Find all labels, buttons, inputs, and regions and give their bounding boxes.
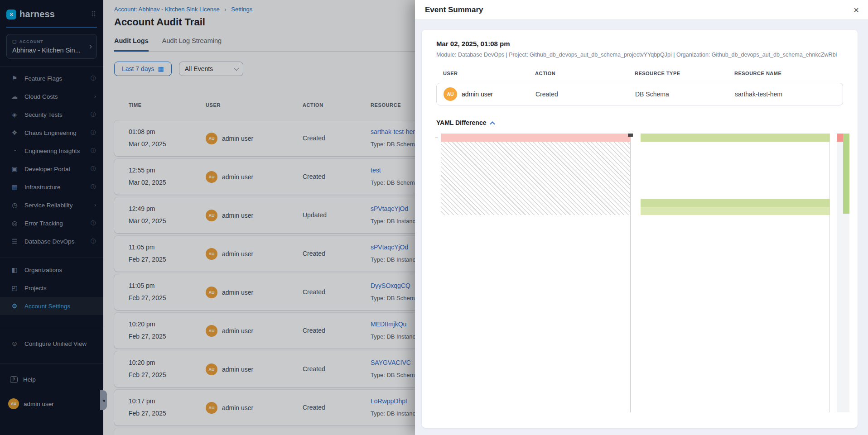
diff-added-line: +name: sarthak-test-hem [631,150,829,158]
event-meta: Module: Database DevOps | Project: Githu… [436,52,843,58]
diff-added-line: +dbschema: [631,134,829,142]
event-table-row: AU admin user Created DB Schema sarthak-… [436,83,843,105]
removed-line-marker: − [432,134,441,142]
event-card: Mar 02, 2025, 01:08 pm Module: Database … [422,30,858,428]
event-resource-name: sarthak-test-hem [735,91,843,98]
diff-hatch-filler [441,142,630,215]
event-timestamp: Mar 02, 2025, 01:08 pm [436,40,843,48]
diff-left-pane: − [432,134,630,412]
drawer-header: Event Summary × [415,0,868,20]
yaml-difference-toggle[interactable]: YAML Difference [436,119,494,126]
close-icon[interactable]: × [854,5,859,14]
diff-added-lines: +dbschema: +identifier: sarthaktesthem +… [631,134,829,215]
yaml-diff-editor[interactable]: − +dbschema: +identifier: sarthaktesthem [432,134,851,412]
diff-content-boundary [829,134,830,412]
event-resource-type: DB Schema [635,91,735,98]
event-summary-drawer: Event Summary × Mar 02, 2025, 01:08 pm M… [415,0,868,435]
diff-added-line: +changeLog: [631,166,829,174]
diff-right-pane: +dbschema: +identifier: sarthaktesthem +… [631,134,851,412]
diff-added-line: +orgIdentifier: Github_db_devops_aut_db_… [631,191,829,199]
diff-overview-ruler[interactable] [837,134,849,412]
ruler-added-marker [843,134,849,214]
diff-added-line: +identifier: sarthaktesthem [631,142,829,150]
diff-added-line: +tags: [] [631,158,829,166]
ruler-removed-marker [837,134,843,142]
diff-added-line: +connector: DbDevopsoBKpcpIfEV [631,174,829,182]
avatar: AU [444,87,457,101]
drawer-title: Event Summary [425,5,483,14]
diff-added-line: +location: asdsad.yaml [631,182,829,191]
removed-line-highlight [441,134,630,142]
diff-added-line: +projectIdentifier: Github_db_devops_aut… [631,199,829,207]
chevron-up-icon [490,121,495,126]
event-table-header: USER ACTION RESOURCE TYPE RESOURCE NAME [436,71,843,76]
diff-added-line: + [631,207,829,215]
event-user: AU admin user [444,87,535,101]
event-action: Created [535,91,635,98]
